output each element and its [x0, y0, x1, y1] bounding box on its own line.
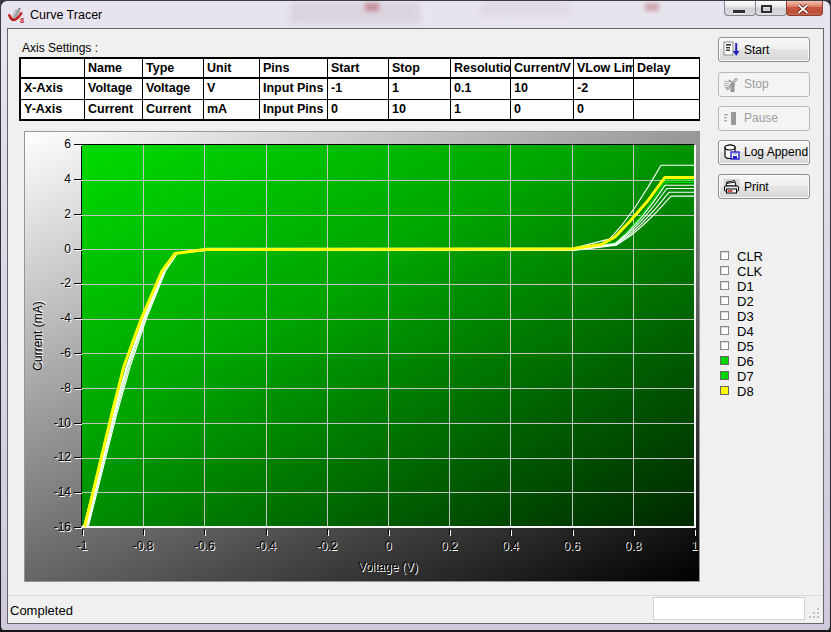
svg-text:8: 8 — [20, 16, 24, 24]
